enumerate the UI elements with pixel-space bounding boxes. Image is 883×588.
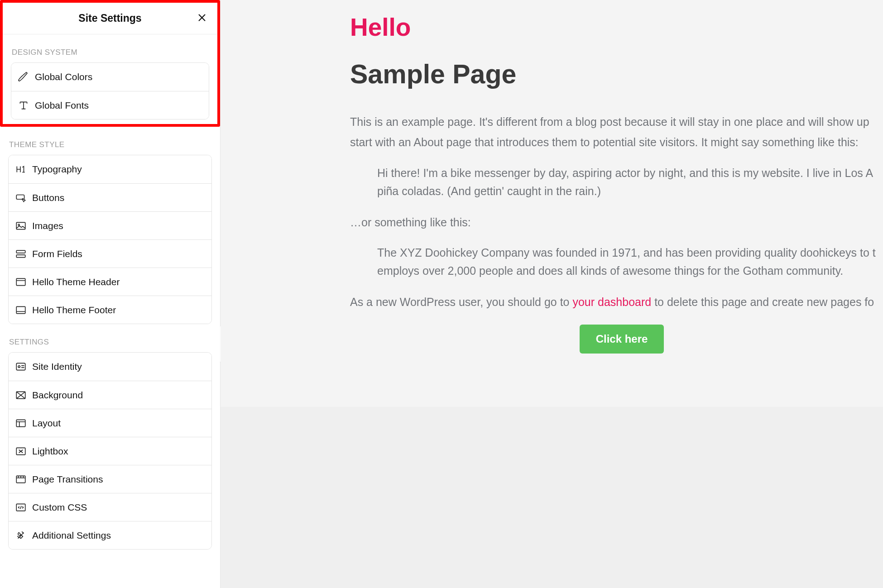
sidebar-item-label: Hello Theme Header [32, 277, 120, 287]
sidebar-item-form-fields[interactable]: Form Fields [9, 239, 211, 268]
button-row: Click here [350, 325, 883, 354]
header-icon [15, 276, 32, 288]
blockquote-1: Hi there! I'm a bike messenger by day, a… [350, 164, 883, 200]
svg-point-8 [18, 366, 20, 368]
sidebar-item-hello-theme-header[interactable]: Hello Theme Header [9, 268, 211, 296]
sidebar-item-label: Global Colors [35, 72, 92, 82]
sidebar-item-label: Typography [32, 164, 82, 175]
sidebar-item-label: Hello Theme Footer [32, 305, 116, 316]
sidebar-item-background[interactable]: Background [9, 381, 211, 409]
sidebar-item-site-identity[interactable]: Site Identity [9, 353, 211, 381]
sidebar-item-buttons[interactable]: Buttons [9, 183, 211, 211]
tools-icon [15, 530, 32, 541]
sidebar-item-label: Background [32, 390, 83, 401]
page-preview: Hello Sample Page This is an example pag… [221, 0, 883, 588]
brush-icon [18, 71, 35, 83]
preview-footer-area [221, 407, 883, 588]
theme-style-group: Typography Buttons Images [8, 155, 212, 324]
sidebar-item-label: Additional Settings [32, 530, 111, 541]
form-icon [15, 248, 32, 260]
closing-text-pre: As a new WordPress user, you should go t… [350, 296, 572, 308]
sidebar-item-label: Site Identity [32, 361, 82, 372]
blockquote-1-line1: Hi there! I'm a bike messenger by day, a… [377, 164, 883, 182]
sidebar-item-label: Layout [32, 418, 61, 429]
close-button[interactable] [197, 13, 207, 24]
intro-paragraph-line2: start with an About page that introduces… [350, 134, 883, 151]
sidebar-item-layout[interactable]: Layout [9, 409, 211, 437]
sidebar-item-label: Page Transitions [32, 474, 103, 485]
settings-group: Site Identity Background Layout [8, 352, 212, 550]
blockquote-2-line2: employs over 2,000 people and does all k… [377, 262, 883, 280]
sidebar-item-label: Global Fonts [35, 100, 89, 111]
sidebar-item-custom-css[interactable]: Custom CSS [9, 493, 211, 521]
section-label-settings: SETTINGS [9, 338, 212, 347]
sidebar-item-lightbox[interactable]: Lightbox [9, 437, 211, 465]
click-here-button[interactable]: Click here [580, 325, 664, 354]
sidebar-item-label: Custom CSS [32, 502, 87, 513]
sidebar-item-page-transitions[interactable]: Page Transitions [9, 465, 211, 493]
blockquote-1-line2: piña coladas. (And gettin' caught in the… [377, 182, 883, 200]
panel-header: Site Settings [3, 3, 217, 34]
transitions-icon [15, 473, 32, 485]
section-label-theme-style: THEME STYLE [9, 140, 212, 149]
site-settings-sidebar: Site Settings DESIGN SYSTEM Global Color… [0, 0, 221, 588]
sidebar-item-global-colors[interactable]: Global Colors [11, 63, 209, 91]
font-icon [18, 100, 35, 111]
sidebar-item-label: Images [32, 220, 63, 231]
sidebar-item-hello-theme-footer[interactable]: Hello Theme Footer [9, 296, 211, 324]
background-icon [15, 389, 32, 401]
svg-rect-5 [16, 278, 25, 285]
mid-paragraph: …or something like this: [350, 214, 883, 231]
lightbox-icon [15, 445, 32, 457]
svg-rect-10 [16, 420, 25, 426]
closing-text-post: to delete this page and create new pages… [651, 296, 874, 308]
footer-icon [15, 304, 32, 316]
sidebar-item-label: Buttons [32, 192, 64, 203]
identity-icon [15, 361, 32, 373]
closing-paragraph: As a new WordPress user, you should go t… [350, 293, 883, 311]
page-title: Sample Page [350, 59, 883, 90]
blockquote-2: The XYZ Doohickey Company was founded in… [350, 244, 883, 280]
intro-paragraph-line1: This is an example page. It's different … [350, 113, 883, 131]
button-cursor-icon [15, 192, 32, 204]
blockquote-2-line1: The XYZ Doohickey Company was founded in… [377, 244, 883, 262]
sidebar-item-label: Form Fields [32, 249, 82, 259]
svg-point-2 [18, 224, 19, 225]
sidebar-item-typography[interactable]: Typography [9, 155, 211, 183]
code-icon [15, 502, 32, 513]
svg-rect-1 [16, 222, 25, 229]
sidebar-item-additional-settings[interactable]: Additional Settings [9, 521, 211, 549]
layout-icon [15, 417, 32, 429]
panel-title: Site Settings [78, 12, 141, 24]
design-system-group: Global Colors Global Fonts [11, 62, 209, 120]
h1-icon [15, 163, 32, 175]
image-icon [15, 220, 32, 232]
dashboard-link[interactable]: your dashboard [572, 296, 651, 308]
svg-rect-7 [16, 363, 25, 370]
svg-rect-6 [16, 306, 25, 313]
sidebar-item-global-fonts[interactable]: Global Fonts [11, 91, 209, 119]
design-system-highlight: Site Settings DESIGN SYSTEM Global Color… [0, 0, 220, 127]
sidebar-item-label: Lightbox [32, 446, 68, 457]
site-brand[interactable]: Hello [350, 13, 883, 42]
sidebar-item-images[interactable]: Images [9, 211, 211, 239]
close-icon [197, 13, 207, 24]
svg-rect-3 [16, 250, 25, 253]
section-label-design-system: DESIGN SYSTEM [12, 48, 217, 57]
svg-rect-4 [16, 255, 25, 257]
